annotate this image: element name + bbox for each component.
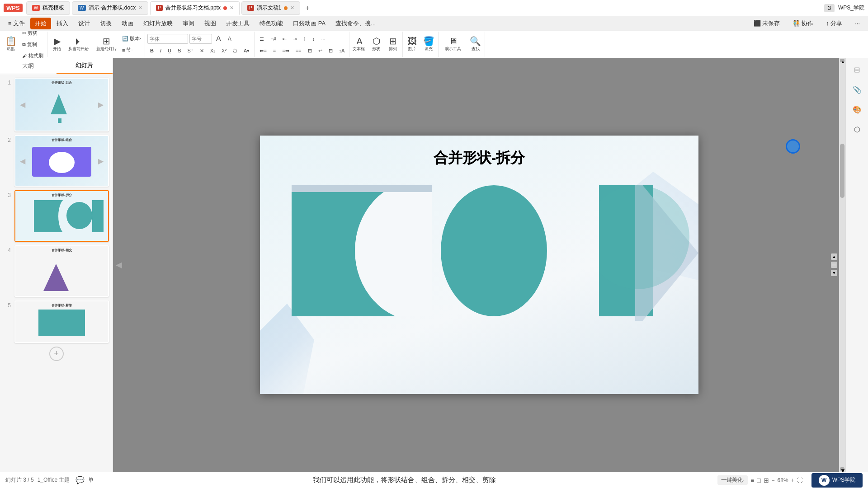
section-button[interactable]: ≡ 节· [119, 45, 144, 56]
menu-share[interactable]: ↑ 分享 [821, 18, 847, 29]
menu-search[interactable]: 查找命令、搜... [331, 18, 380, 29]
textbox-button[interactable]: A 文本框· [351, 33, 368, 56]
right-panel-btn-1[interactable]: ⊟ [849, 61, 865, 78]
decrease-font-button[interactable]: A [225, 33, 234, 44]
scroll-thumb-v[interactable] [840, 144, 844, 198]
font-color-button[interactable]: A▾ [241, 45, 252, 56]
justify-button[interactable]: ≡≡ [293, 45, 304, 56]
new-slide-button[interactable]: ⊞ 新建幻灯片 [94, 33, 119, 56]
right-panel-btn-3[interactable]: 🎨 [849, 101, 865, 117]
tab-ppt2[interactable]: P 演示文稿1 ✕ [241, 1, 300, 15]
find-button[interactable]: 🔍 查找 [467, 33, 484, 56]
caption-icon[interactable]: 💬 [75, 476, 85, 484]
menu-insert[interactable]: 插入 [52, 18, 73, 29]
layout-icon-1[interactable]: ≡ [750, 477, 754, 484]
numbered-list-button[interactable]: ≡# [268, 33, 279, 44]
copy-button[interactable]: ⧉ 复制 [19, 39, 46, 50]
slide-thumb-5[interactable]: 合并形状-剪除 [14, 300, 109, 343]
tab-ppt2-close[interactable]: ✕ [290, 5, 294, 11]
decrease-indent-button[interactable]: ⇤ [280, 33, 289, 44]
menu-view[interactable]: 视图 [200, 18, 221, 29]
add-slide-button[interactable]: + [49, 347, 64, 361]
wps-promo[interactable]: W WPS学院 [811, 473, 863, 488]
tab-pptx[interactable]: P 合并形状练习文档.pptx ✕ [150, 1, 240, 15]
side-arrow-up[interactable]: ▲ [831, 253, 837, 260]
menu-start[interactable]: 开始 [30, 18, 51, 29]
zoom-minus-button[interactable]: − [772, 477, 775, 483]
delete-button[interactable]: ✕ [197, 45, 207, 56]
menu-slideshow[interactable]: 幻灯片放映 [139, 18, 177, 29]
side-arrow-mid[interactable]: — [831, 262, 837, 268]
canvas-nav-left[interactable]: ◀ [116, 260, 122, 270]
valign-button[interactable]: ⊟ [326, 45, 335, 56]
menu-animation[interactable]: 动画 [117, 18, 138, 29]
tab-pptx-close[interactable]: ✕ [230, 5, 234, 11]
textdir-button[interactable]: ↕A [336, 45, 348, 56]
present-tool-button[interactable]: 🖥 演示工具· [440, 33, 467, 56]
start-slideshow-button[interactable]: ▶ 开始 [49, 33, 65, 56]
menu-collab[interactable]: 🧑‍🤝‍🧑 协作 [788, 18, 818, 29]
tab-word-close[interactable]: ✕ [138, 5, 142, 11]
tab-slides[interactable]: 幻灯片 [57, 58, 113, 74]
side-arrow-down[interactable]: ▼ [831, 270, 837, 276]
shape-button[interactable]: ⬡ 形状· [368, 33, 385, 56]
menu-features[interactable]: 特色功能 [255, 18, 288, 29]
right-panel-btn-2[interactable]: 📎 [849, 81, 865, 98]
increase-font-button[interactable]: A [213, 33, 224, 44]
scroll-track-v[interactable]: ▲ ▼ [839, 58, 845, 472]
menu-transition[interactable]: 切换 [95, 18, 116, 29]
font-size-input[interactable] [189, 34, 212, 44]
more-para-button[interactable]: ··· [318, 33, 328, 44]
italic-button[interactable]: I [157, 45, 164, 56]
line-spacing-button[interactable]: ↕ [310, 33, 318, 44]
right-panel-btn-4[interactable]: ⬡ [849, 121, 865, 137]
layout-icon-3[interactable]: ⊞ [764, 477, 769, 484]
wps-logo[interactable]: WPS [4, 4, 23, 12]
format-brush-button[interactable]: 🖌 格式刷 [19, 50, 46, 58]
tab-outline[interactable]: 大纲 [0, 58, 57, 74]
bullet-list-button[interactable]: ☰ [257, 33, 267, 44]
cut-button[interactable]: ✂ 剪切 [19, 31, 46, 38]
tab-template[interactable]: W 稿壳模板 [26, 1, 70, 15]
columns-button[interactable]: ⫿ [301, 33, 309, 44]
underline-button[interactable]: U [165, 45, 174, 56]
paste-button[interactable]: 📋 粘贴 [3, 33, 19, 56]
bold-button[interactable]: B [147, 45, 156, 56]
shape-btn2[interactable]: ⬠ [230, 45, 240, 56]
version-button[interactable]: 🔄 版本· [119, 33, 144, 44]
fill-button[interactable]: 🪣 填充· [421, 33, 437, 56]
slide-shape-group-right[interactable] [599, 185, 698, 321]
slide-thumb-1[interactable]: 合并形状-组合 ◀ ▶ [14, 78, 109, 131]
shadow-button[interactable]: S⁺ [184, 45, 196, 56]
menu-file[interactable]: ≡ 文件 [4, 18, 29, 29]
layout-icon-2[interactable]: □ [757, 477, 760, 484]
align-right-button[interactable]: ≡➡ [279, 45, 292, 56]
align-center-button[interactable]: ≡ [270, 45, 278, 56]
align-left-button[interactable]: ⬅≡ [257, 45, 269, 56]
strikethrough-button[interactable]: S [175, 45, 184, 56]
menu-dev[interactable]: 开发工具 [222, 18, 254, 29]
font-name-input[interactable] [147, 34, 188, 44]
menu-pocket[interactable]: 口袋动画 PA [288, 18, 330, 29]
beautify-button[interactable]: 一键美化· [717, 475, 748, 485]
subscript-button[interactable]: X₂ [208, 45, 218, 56]
tab-word-doc[interactable]: W 演示-合并形状.docx ✕ [72, 1, 148, 15]
slide-shape-group-left[interactable] [292, 185, 545, 321]
scroll-down-btn[interactable]: ▼ [840, 467, 844, 471]
menu-review[interactable]: 审阅 [178, 18, 199, 29]
slide-thumb-2[interactable]: 合并形状-组合 ◀ ▶ [14, 135, 109, 187]
image-button[interactable]: 🖼 图片· [404, 33, 420, 56]
increase-indent-button[interactable]: ⇥ [290, 33, 300, 44]
canvas-area[interactable]: ◀ 合并形状-拆分 [113, 58, 845, 472]
superscript-button[interactable]: X² [219, 45, 229, 56]
arrange-button[interactable]: ⊞ 排列· [385, 33, 401, 56]
zoom-plus-button[interactable]: + [791, 477, 794, 483]
slide-thumb-3[interactable]: 合并形状-拆分 [14, 190, 109, 242]
menu-more[interactable]: ··· [850, 18, 864, 28]
menu-unsaved[interactable]: ⬛ 未保存 [749, 18, 785, 29]
caption-label[interactable]: 单 [88, 476, 94, 484]
from-current-button[interactable]: ⏵ 从当前开始 [66, 33, 91, 56]
menu-design[interactable]: 设计 [74, 18, 94, 29]
new-tab-button[interactable]: + [302, 4, 313, 12]
rtl-button[interactable]: ↩ [316, 45, 325, 56]
